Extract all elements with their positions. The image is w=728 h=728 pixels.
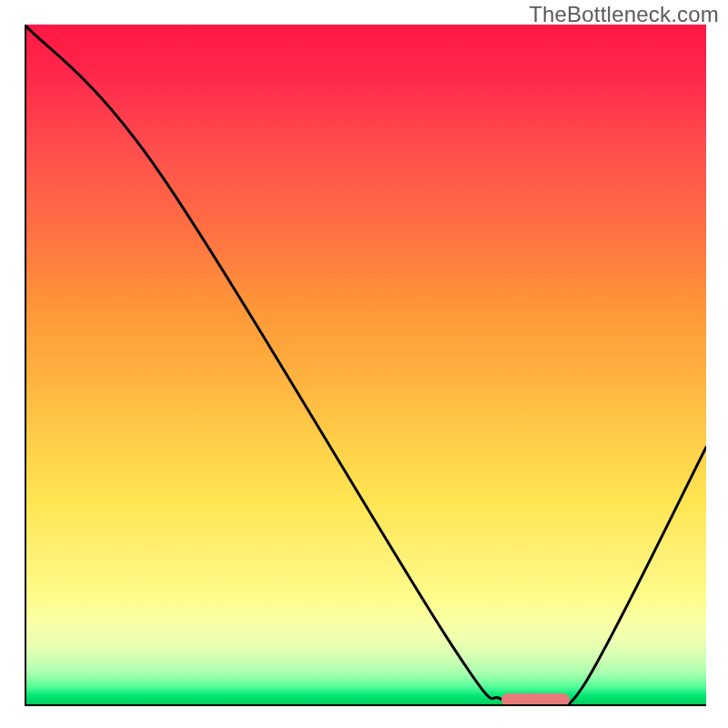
bottleneck-curve-line <box>25 25 706 706</box>
watermark-text: TheBottleneck.com <box>529 2 719 27</box>
chart-curve-svg <box>25 25 706 706</box>
optimal-range-marker <box>501 693 570 706</box>
chart-plot-area <box>25 25 706 706</box>
